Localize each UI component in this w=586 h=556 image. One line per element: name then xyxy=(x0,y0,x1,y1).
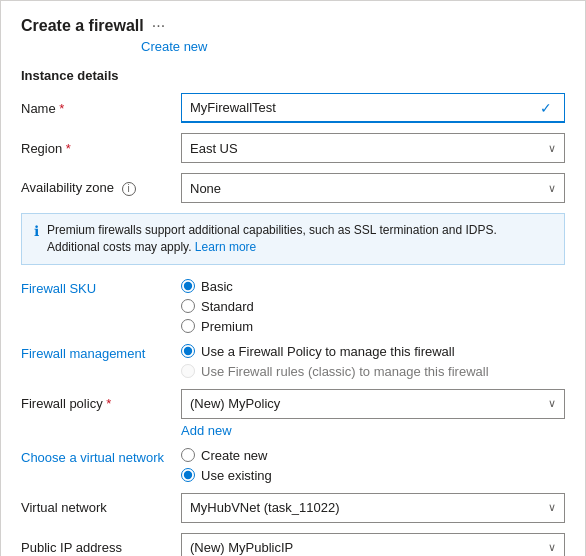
virtual-network-value: MyHubVNet (task_11022) xyxy=(190,500,340,515)
public-ip-select[interactable]: (New) MyPublicIP ∨ xyxy=(181,533,565,556)
card-header: Create a firewall ··· xyxy=(21,17,565,35)
public-ip-control: (New) MyPublicIP ∨ xyxy=(181,533,565,556)
virtual-network-row: Virtual network MyHubVNet (task_11022) ∨ xyxy=(21,493,565,523)
virtual-network-choice-row: Choose a virtual network Create new Use … xyxy=(21,448,565,483)
vnet-use-existing-label: Use existing xyxy=(201,468,272,483)
firewall-policy-chevron-icon: ∨ xyxy=(548,397,556,410)
virtual-network-select[interactable]: MyHubVNet (task_11022) ∨ xyxy=(181,493,565,523)
sku-premium-option[interactable]: Premium xyxy=(181,319,254,334)
availability-zone-control: None ∨ xyxy=(181,173,565,203)
management-policy-option[interactable]: Use a Firewall Policy to manage this fir… xyxy=(181,344,489,359)
name-select[interactable]: MyFirewallTest ✓ xyxy=(181,93,565,123)
sku-standard-label: Standard xyxy=(201,299,254,314)
firewall-policy-select[interactable]: (New) MyPolicy ∨ xyxy=(181,389,565,419)
virtual-network-label: Virtual network xyxy=(21,500,181,515)
sku-standard-option[interactable]: Standard xyxy=(181,299,254,314)
region-value: East US xyxy=(190,141,238,156)
sku-basic-option[interactable]: Basic xyxy=(181,279,254,294)
learn-more-link[interactable]: Learn more xyxy=(195,240,256,254)
region-chevron-icon: ∨ xyxy=(548,142,556,155)
create-new-link[interactable]: Create new xyxy=(141,39,207,54)
region-control: East US ∨ xyxy=(181,133,565,163)
availability-zone-info-icon[interactable]: i xyxy=(122,182,136,196)
firewall-sku-row: Firewall SKU Basic Standard Premium xyxy=(21,279,565,334)
sku-premium-label: Premium xyxy=(201,319,253,334)
management-policy-radio[interactable] xyxy=(181,344,195,358)
name-row: Name * MyFirewallTest ✓ xyxy=(21,93,565,123)
public-ip-label: Public IP address xyxy=(21,540,181,555)
virtual-network-control: MyHubVNet (task_11022) ∨ xyxy=(181,493,565,523)
region-row: Region * East US ∨ xyxy=(21,133,565,163)
firewall-policy-row: Firewall policy * (New) MyPolicy ∨ xyxy=(21,389,565,419)
public-ip-row: Public IP address (New) MyPublicIP ∨ xyxy=(21,533,565,556)
management-classic-label: Use Firewall rules (classic) to manage t… xyxy=(201,364,489,379)
sku-standard-radio[interactable] xyxy=(181,299,195,313)
availability-zone-value: None xyxy=(190,181,221,196)
management-policy-label: Use a Firewall Policy to manage this fir… xyxy=(201,344,455,359)
sku-basic-label: Basic xyxy=(201,279,233,294)
vnet-create-new-label: Create new xyxy=(201,448,267,463)
vnet-create-new-option[interactable]: Create new xyxy=(181,448,272,463)
management-classic-radio[interactable] xyxy=(181,364,195,378)
region-select[interactable]: East US ∨ xyxy=(181,133,565,163)
info-banner-text: Premium firewalls support additional cap… xyxy=(47,223,497,254)
firewall-policy-add-new-link[interactable]: Add new xyxy=(181,423,232,438)
virtual-network-choice-label-col: Choose a virtual network xyxy=(21,448,181,483)
firewall-sku-label-col: Firewall SKU xyxy=(21,279,181,334)
name-control: MyFirewallTest ✓ xyxy=(181,93,565,123)
virtual-network-choice-options: Create new Use existing xyxy=(181,448,272,483)
info-banner: ℹ Premium firewalls support additional c… xyxy=(21,213,565,265)
availability-zone-label: Availability zone i xyxy=(21,180,181,196)
firewall-management-label-col: Firewall management xyxy=(21,344,181,379)
create-firewall-card: Create a firewall ··· Create new Instanc… xyxy=(0,0,586,556)
firewall-sku-label: Firewall SKU xyxy=(21,281,96,296)
availability-zone-row: Availability zone i None ∨ xyxy=(21,173,565,203)
page-title: Create a firewall xyxy=(21,17,144,35)
vnet-use-existing-option[interactable]: Use existing xyxy=(181,468,272,483)
sku-premium-radio[interactable] xyxy=(181,319,195,333)
instance-details-title: Instance details xyxy=(21,68,565,83)
more-options-icon[interactable]: ··· xyxy=(152,17,165,35)
firewall-management-label: Firewall management xyxy=(21,346,145,361)
availability-zone-select[interactable]: None ∨ xyxy=(181,173,565,203)
info-banner-icon: ℹ xyxy=(34,223,39,239)
vnet-create-new-radio[interactable] xyxy=(181,448,195,462)
firewall-policy-control: (New) MyPolicy ∨ xyxy=(181,389,565,419)
availability-zone-chevron-icon: ∨ xyxy=(548,182,556,195)
name-label: Name * xyxy=(21,101,181,116)
virtual-network-choice-label: Choose a virtual network xyxy=(21,450,164,465)
firewall-management-options: Use a Firewall Policy to manage this fir… xyxy=(181,344,489,379)
name-checkmark-icon: ✓ xyxy=(540,100,552,116)
firewall-policy-value: (New) MyPolicy xyxy=(190,396,280,411)
region-label: Region * xyxy=(21,141,181,156)
sku-basic-radio[interactable] xyxy=(181,279,195,293)
virtual-network-chevron-icon: ∨ xyxy=(548,501,556,514)
public-ip-chevron-icon: ∨ xyxy=(548,541,556,554)
vnet-use-existing-radio[interactable] xyxy=(181,468,195,482)
name-value: MyFirewallTest xyxy=(190,100,276,115)
firewall-policy-label: Firewall policy * xyxy=(21,396,181,411)
firewall-management-row: Firewall management Use a Firewall Polic… xyxy=(21,344,565,379)
public-ip-value: (New) MyPublicIP xyxy=(190,540,293,555)
firewall-sku-options: Basic Standard Premium xyxy=(181,279,254,334)
management-classic-option[interactable]: Use Firewall rules (classic) to manage t… xyxy=(181,364,489,379)
